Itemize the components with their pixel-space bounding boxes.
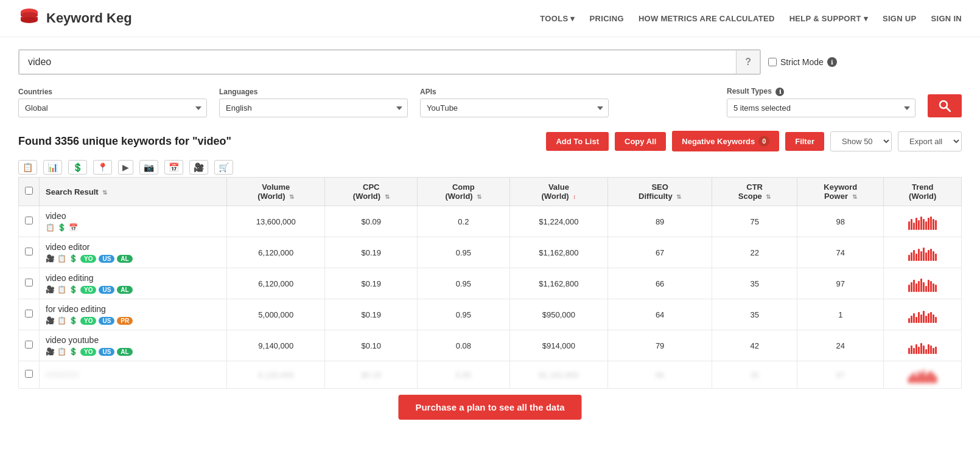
tag-icon: 💲: [69, 316, 78, 325]
tag-badge-us[interactable]: US: [99, 317, 114, 325]
sort-cpc[interactable]: ⇅: [385, 193, 390, 200]
sort-value[interactable]: ↕: [573, 193, 576, 200]
comp-cell: 0.95: [418, 299, 510, 330]
tag-icon: 📋: [57, 316, 66, 325]
keyword-text[interactable]: video: [46, 211, 220, 221]
select-all-checkbox[interactable]: [25, 187, 33, 195]
languages-select[interactable]: English: [219, 99, 408, 117]
result-types-group: Result Types ℹ 5 items selected: [727, 87, 915, 117]
tag-badge-pr[interactable]: PR: [117, 317, 133, 325]
kw_power-cell: 97: [797, 268, 884, 299]
tag-badge-al[interactable]: AL: [117, 255, 132, 263]
toolbar-dollar-icon[interactable]: 💲: [68, 160, 87, 175]
kw_power-cell: 98: [797, 206, 884, 237]
keyword-cell: video editor🎥📋💲YOUSAL: [40, 237, 227, 268]
search-help-button[interactable]: ?: [736, 50, 760, 74]
strict-mode-label: Strict Mode: [780, 57, 824, 67]
strict-mode-checkbox[interactable]: [768, 58, 777, 66]
keyword-text[interactable]: video editing: [46, 273, 220, 283]
trend-cell: [884, 268, 962, 299]
row-checkbox[interactable]: [25, 341, 33, 349]
tag-icon: 💲: [69, 347, 78, 356]
result-types-label: Result Types ℹ: [727, 87, 915, 96]
blurred-data-cell: 6,120,000: [227, 361, 325, 389]
search-button[interactable]: [928, 94, 962, 117]
blurred-data-cell: $1,162,800: [509, 361, 607, 389]
col-ctr: CTRScope ⇅: [712, 178, 797, 206]
tools-link[interactable]: TOOLS: [540, 14, 575, 23]
search-section: ? Strict Mode ℹ: [0, 37, 980, 81]
search-input[interactable]: [19, 50, 736, 74]
toolbar-play-icon[interactable]: ▶: [118, 160, 133, 175]
toolbar-cart-icon[interactable]: 🛒: [214, 160, 233, 175]
svg-point-4: [21, 17, 38, 23]
toolbar-location-icon[interactable]: 📍: [93, 160, 112, 175]
results-table: Search Result ⇅ Volume(World) ⇅ CPC(Worl…: [18, 177, 962, 425]
value-cell: $1,162,800: [509, 237, 607, 268]
strict-info-icon[interactable]: ℹ: [827, 57, 837, 67]
trend-cell: [884, 299, 962, 330]
sort-kw-power[interactable]: ⇅: [852, 193, 857, 200]
tag-badge-al[interactable]: AL: [117, 286, 132, 294]
sort-comp[interactable]: ⇅: [477, 193, 481, 200]
toolbar-camera-icon[interactable]: 🎥: [189, 160, 208, 175]
blurred-row-checkbox[interactable]: [25, 370, 33, 378]
comp-cell: 0.08: [418, 330, 510, 361]
value-cell: $1,224,000: [509, 206, 607, 237]
countries-select[interactable]: Global: [18, 99, 207, 117]
tag-badge-yo[interactable]: YO: [80, 348, 96, 356]
ctr-cell: 22: [712, 237, 797, 268]
result-types-select[interactable]: 5 items selected: [727, 99, 915, 117]
copy-all-button[interactable]: Copy All: [615, 132, 666, 151]
toolbar-chart-icon[interactable]: 📊: [43, 160, 62, 175]
row-checkbox[interactable]: [25, 217, 33, 224]
col-value: Value(World) ↕: [509, 178, 607, 206]
signup-link[interactable]: SIGN UP: [883, 14, 917, 23]
sort-seo[interactable]: ⇅: [676, 193, 681, 200]
pricing-link[interactable]: PRICING: [590, 14, 624, 23]
filter-button[interactable]: Filter: [785, 132, 824, 151]
row-checkbox[interactable]: [25, 310, 33, 318]
tag-badge-al[interactable]: AL: [117, 348, 132, 356]
sort-ctr[interactable]: ⇅: [766, 193, 771, 200]
negative-keywords-button[interactable]: Negative Keywords 0: [672, 131, 779, 151]
col-kw-power: KeywordPower ⇅: [797, 178, 884, 206]
show-select[interactable]: Show 50: [830, 131, 892, 151]
blurred-data-cell: 66: [608, 361, 712, 389]
toolbar-copy-icon[interactable]: 📋: [18, 160, 37, 175]
sort-volume[interactable]: ⇅: [289, 193, 294, 200]
keyword-cell: video youtube🎥📋💲YOUSAL: [40, 330, 227, 361]
cpc-cell: $0.09: [325, 206, 418, 237]
toolbar-image-icon[interactable]: 📷: [139, 160, 158, 175]
keyword-text[interactable]: video youtube: [46, 335, 220, 345]
tag-badge-us[interactable]: US: [99, 286, 114, 294]
metrics-link[interactable]: HOW METRICS ARE CALCULATED: [639, 14, 775, 23]
video-tag-icon: 🎥: [46, 285, 55, 294]
tag-badge-us[interactable]: US: [99, 348, 114, 356]
trend-cell: [884, 206, 962, 237]
kw_power-cell: 74: [797, 237, 884, 268]
tag-badge-yo[interactable]: YO: [80, 286, 96, 294]
toolbar-calendar-icon[interactable]: 📅: [164, 160, 183, 175]
tag-badge-us[interactable]: US: [99, 255, 114, 263]
keyword-text[interactable]: video editor: [46, 242, 220, 252]
seo-cell: 66: [608, 268, 712, 299]
row-checkbox[interactable]: [25, 279, 33, 286]
kw_power-cell: 1: [797, 299, 884, 330]
signin-link[interactable]: SIGN IN: [931, 14, 962, 23]
tag-icon: 📋: [57, 254, 66, 263]
export-select[interactable]: Export all: [898, 131, 962, 151]
purchase-banner-button[interactable]: Purchase a plan to see all the data: [398, 395, 581, 420]
tag-badge-yo[interactable]: YO: [80, 317, 96, 325]
add-to-list-button[interactable]: Add To List: [546, 132, 609, 151]
help-link[interactable]: HELP & SUPPORT: [789, 14, 868, 23]
volume-cell: 6,120,000: [227, 268, 325, 299]
sort-search-result[interactable]: ⇅: [102, 189, 107, 196]
tag-badge-yo[interactable]: YO: [80, 255, 96, 263]
keyword-text[interactable]: for video editing: [46, 304, 220, 314]
blurred-keyword-cell: ••••••••••••: [40, 361, 227, 389]
apis-select[interactable]: YouTube: [420, 99, 609, 117]
row-checkbox[interactable]: [25, 248, 33, 255]
apis-group: APIs YouTube: [420, 88, 609, 117]
tag-icon: 💲: [69, 254, 78, 263]
